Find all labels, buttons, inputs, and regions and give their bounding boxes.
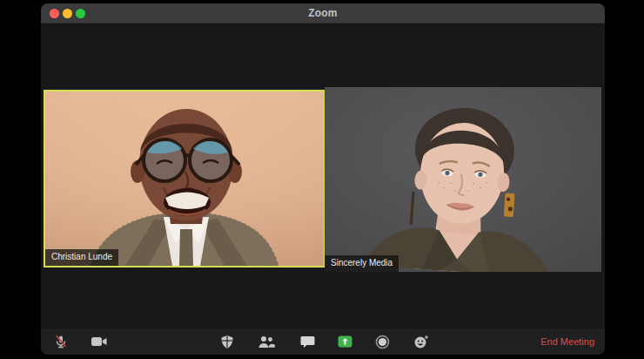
video-tile-christian-lunde[interactable]: Christian Lunde (44, 90, 325, 268)
end-meeting-button[interactable]: End Meeting (540, 329, 594, 355)
participants-icon (258, 335, 275, 349)
video-button[interactable] (88, 330, 111, 353)
titlebar: Zoom (41, 3, 605, 24)
participant-name-tag: Christian Lunde (45, 249, 118, 266)
record-icon (375, 335, 390, 349)
participants-button[interactable] (255, 330, 278, 353)
reactions-button[interactable] (410, 330, 433, 353)
security-button[interactable] (216, 330, 238, 353)
security-shield-icon (220, 335, 234, 349)
video-tile-sincerely-media[interactable]: Sincerely Media (325, 87, 601, 272)
participant-name-tag: Sincerely Media (325, 255, 399, 272)
participant-video-portrait (325, 87, 601, 272)
window-title: Zoom (41, 3, 605, 23)
microphone-muted-icon (53, 334, 69, 349)
desktop: { "window": { "title": "Zoom" }, "traffi… (0, 0, 644, 359)
participant-video-portrait (45, 91, 324, 266)
share-screen-button[interactable] (333, 330, 356, 353)
meeting-toolbar: End Meeting (41, 329, 605, 355)
video-camera-icon (91, 335, 108, 348)
chat-bubble-icon (300, 335, 315, 349)
share-screen-icon (338, 335, 352, 348)
reactions-icon (413, 335, 429, 349)
record-button[interactable] (371, 330, 393, 353)
video-gallery: Christian Lunde (41, 24, 605, 329)
chat-button[interactable] (296, 330, 319, 353)
zoom-window: Zoom (41, 3, 605, 355)
mute-button[interactable] (50, 330, 72, 353)
